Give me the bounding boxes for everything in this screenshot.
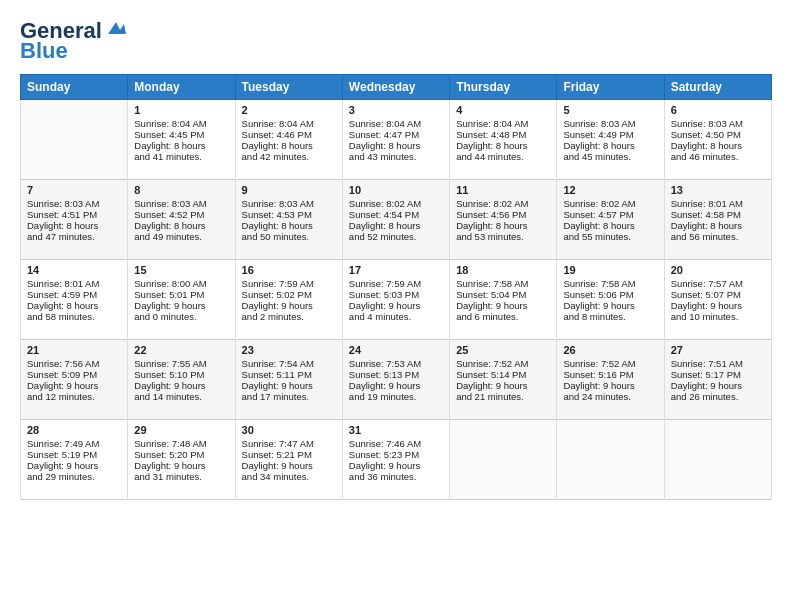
day-number: 5	[563, 104, 657, 116]
calendar-cell	[664, 420, 771, 500]
day-info-line: Sunrise: 8:01 AM	[671, 198, 765, 209]
logo-blue-text: Blue	[20, 38, 68, 64]
day-info-line: Daylight: 9 hours	[242, 460, 336, 471]
day-info-line: Sunset: 4:59 PM	[27, 289, 121, 300]
day-info-line: Sunset: 5:13 PM	[349, 369, 443, 380]
day-info-line: Daylight: 8 hours	[134, 140, 228, 151]
day-info-line: Sunset: 4:49 PM	[563, 129, 657, 140]
day-info-line: Sunrise: 8:03 AM	[671, 118, 765, 129]
day-info-line: Daylight: 9 hours	[456, 300, 550, 311]
day-info-line: and 47 minutes.	[27, 231, 121, 242]
calendar-row: 7Sunrise: 8:03 AMSunset: 4:51 PMDaylight…	[21, 180, 772, 260]
page: General Blue SundayMondayTuesdayWednesda…	[0, 0, 792, 612]
day-number: 25	[456, 344, 550, 356]
calendar-cell: 16Sunrise: 7:59 AMSunset: 5:02 PMDayligh…	[235, 260, 342, 340]
day-number: 16	[242, 264, 336, 276]
day-info-line: and 10 minutes.	[671, 311, 765, 322]
col-header-saturday: Saturday	[664, 75, 771, 100]
day-info-line: and 53 minutes.	[456, 231, 550, 242]
day-info-line: Sunrise: 8:02 AM	[349, 198, 443, 209]
day-info-line: Daylight: 8 hours	[456, 140, 550, 151]
day-info-line: Daylight: 9 hours	[349, 380, 443, 391]
day-info-line: Sunrise: 8:03 AM	[27, 198, 121, 209]
calendar-cell: 24Sunrise: 7:53 AMSunset: 5:13 PMDayligh…	[342, 340, 449, 420]
day-info-line: Sunrise: 7:52 AM	[456, 358, 550, 369]
day-info-line: Daylight: 9 hours	[456, 380, 550, 391]
day-info-line: Sunset: 5:07 PM	[671, 289, 765, 300]
calendar-cell: 18Sunrise: 7:58 AMSunset: 5:04 PMDayligh…	[450, 260, 557, 340]
day-info-line: Sunrise: 7:56 AM	[27, 358, 121, 369]
calendar-row: 1Sunrise: 8:04 AMSunset: 4:45 PMDaylight…	[21, 100, 772, 180]
day-info-line: Sunrise: 7:59 AM	[242, 278, 336, 289]
day-info-line: Daylight: 8 hours	[27, 300, 121, 311]
day-info-line: Sunset: 5:01 PM	[134, 289, 228, 300]
day-info-line: Sunset: 5:19 PM	[27, 449, 121, 460]
day-info-line: Sunset: 4:57 PM	[563, 209, 657, 220]
calendar-cell: 23Sunrise: 7:54 AMSunset: 5:11 PMDayligh…	[235, 340, 342, 420]
calendar-cell: 31Sunrise: 7:46 AMSunset: 5:23 PMDayligh…	[342, 420, 449, 500]
calendar-cell: 19Sunrise: 7:58 AMSunset: 5:06 PMDayligh…	[557, 260, 664, 340]
calendar-cell	[21, 100, 128, 180]
day-number: 28	[27, 424, 121, 436]
logo-bird-icon	[106, 20, 128, 38]
day-info-line: Sunrise: 7:51 AM	[671, 358, 765, 369]
day-info-line: Sunrise: 8:00 AM	[134, 278, 228, 289]
day-number: 11	[456, 184, 550, 196]
day-info-line: Sunrise: 8:03 AM	[242, 198, 336, 209]
day-info-line: Daylight: 8 hours	[242, 140, 336, 151]
calendar-row: 28Sunrise: 7:49 AMSunset: 5:19 PMDayligh…	[21, 420, 772, 500]
day-number: 8	[134, 184, 228, 196]
day-info-line: Sunrise: 8:04 AM	[349, 118, 443, 129]
day-info-line: Sunrise: 7:47 AM	[242, 438, 336, 449]
day-info-line: and 56 minutes.	[671, 231, 765, 242]
day-number: 7	[27, 184, 121, 196]
day-info-line: Daylight: 9 hours	[349, 460, 443, 471]
day-info-line: and 24 minutes.	[563, 391, 657, 402]
calendar-cell: 11Sunrise: 8:02 AMSunset: 4:56 PMDayligh…	[450, 180, 557, 260]
day-number: 21	[27, 344, 121, 356]
day-number: 14	[27, 264, 121, 276]
day-info-line: and 50 minutes.	[242, 231, 336, 242]
svg-marker-0	[108, 22, 126, 34]
day-info-line: Daylight: 8 hours	[27, 220, 121, 231]
day-info-line: Sunset: 4:53 PM	[242, 209, 336, 220]
day-number: 9	[242, 184, 336, 196]
calendar-cell: 22Sunrise: 7:55 AMSunset: 5:10 PMDayligh…	[128, 340, 235, 420]
day-number: 15	[134, 264, 228, 276]
day-info-line: Daylight: 8 hours	[134, 220, 228, 231]
day-info-line: Daylight: 9 hours	[134, 300, 228, 311]
day-info-line: Daylight: 9 hours	[27, 380, 121, 391]
day-number: 29	[134, 424, 228, 436]
day-info-line: Sunrise: 8:03 AM	[134, 198, 228, 209]
day-number: 26	[563, 344, 657, 356]
day-number: 1	[134, 104, 228, 116]
day-info-line: Daylight: 9 hours	[242, 380, 336, 391]
day-info-line: Sunset: 4:46 PM	[242, 129, 336, 140]
calendar-cell: 30Sunrise: 7:47 AMSunset: 5:21 PMDayligh…	[235, 420, 342, 500]
day-info-line: Sunrise: 8:04 AM	[456, 118, 550, 129]
calendar-cell: 13Sunrise: 8:01 AMSunset: 4:58 PMDayligh…	[664, 180, 771, 260]
day-info-line: Sunrise: 7:52 AM	[563, 358, 657, 369]
day-info-line: Sunset: 5:04 PM	[456, 289, 550, 300]
calendar-cell	[557, 420, 664, 500]
day-number: 24	[349, 344, 443, 356]
day-info-line: Sunset: 5:03 PM	[349, 289, 443, 300]
day-info-line: Sunset: 5:23 PM	[349, 449, 443, 460]
day-info-line: and 17 minutes.	[242, 391, 336, 402]
day-info-line: Sunset: 5:20 PM	[134, 449, 228, 460]
day-number: 27	[671, 344, 765, 356]
col-header-sunday: Sunday	[21, 75, 128, 100]
day-info-line: Daylight: 9 hours	[563, 380, 657, 391]
day-info-line: Sunset: 4:47 PM	[349, 129, 443, 140]
day-info-line: and 52 minutes.	[349, 231, 443, 242]
day-info-line: Daylight: 8 hours	[349, 220, 443, 231]
calendar-row: 14Sunrise: 8:01 AMSunset: 4:59 PMDayligh…	[21, 260, 772, 340]
day-info-line: and 19 minutes.	[349, 391, 443, 402]
day-info-line: Sunset: 5:21 PM	[242, 449, 336, 460]
day-info-line: Sunset: 4:58 PM	[671, 209, 765, 220]
day-info-line: Sunset: 4:54 PM	[349, 209, 443, 220]
day-info-line: Daylight: 8 hours	[563, 140, 657, 151]
col-header-tuesday: Tuesday	[235, 75, 342, 100]
day-info-line: and 26 minutes.	[671, 391, 765, 402]
day-info-line: Daylight: 9 hours	[563, 300, 657, 311]
